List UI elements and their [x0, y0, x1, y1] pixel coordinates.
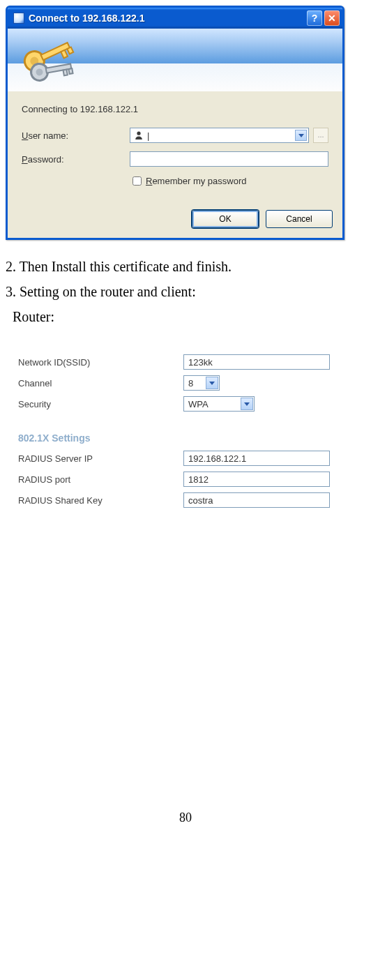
channel-label: Channel: [6, 378, 183, 389]
radius-ip-input[interactable]: [183, 451, 330, 466]
help-icon: ?: [312, 13, 318, 24]
security-value: WPA: [188, 399, 209, 409]
dialog-banner: [8, 29, 342, 91]
radius-key-label: RADIUS Shared Key: [6, 495, 183, 506]
channel-select[interactable]: 8: [183, 375, 220, 391]
chevron-down-icon[interactable]: [206, 377, 218, 389]
cancel-button[interactable]: Cancel: [266, 210, 333, 228]
radius-port-label: RADIUS port: [6, 474, 183, 485]
person-icon: [133, 130, 144, 141]
page-number: 80: [6, 811, 365, 825]
password-input[interactable]: [130, 151, 328, 167]
connecting-text: Connecting to 192.168.122.1: [22, 104, 328, 114]
titlebar[interactable]: Connect to 192.168.122.1 ? ✕: [8, 8, 342, 29]
svg-rect-8: [63, 70, 68, 76]
close-button[interactable]: ✕: [324, 10, 340, 26]
ssid-label: Network ID(SSID): [6, 357, 183, 368]
section-header-8021x: 802.1X Settings: [6, 414, 344, 448]
security-select[interactable]: WPA: [183, 396, 255, 412]
radius-port-input[interactable]: [183, 472, 330, 487]
channel-value: 8: [188, 378, 193, 389]
router-settings-panel: Network ID(SSID) Channel 8 Security WPA …: [6, 352, 344, 511]
instruction-line-2: 2. Then Install this certificate and fin…: [6, 255, 365, 278]
browse-button[interactable]: ...: [313, 128, 328, 143]
svg-point-10: [137, 132, 140, 135]
remember-label: Remember my password: [146, 176, 247, 186]
password-label: Password:: [22, 154, 130, 165]
ok-button[interactable]: OK: [192, 210, 259, 228]
window-title: Connect to 192.168.122.1: [29, 13, 305, 24]
close-icon: ✕: [328, 13, 336, 24]
chevron-down-icon[interactable]: [295, 130, 307, 141]
username-label: User name:: [22, 130, 130, 141]
svg-rect-4: [67, 47, 73, 54]
keys-icon: [20, 36, 83, 84]
instruction-line-3: 3. Setting on the router and client:: [6, 280, 365, 303]
radius-key-input[interactable]: [183, 492, 330, 508]
radius-ip-label: RADIUS Server IP: [6, 453, 183, 464]
router-label: Router:: [6, 306, 365, 328]
chevron-down-icon[interactable]: [241, 398, 253, 410]
svg-rect-9: [68, 68, 73, 74]
username-input[interactable]: |: [130, 128, 309, 143]
app-icon: [13, 13, 24, 24]
remember-checkbox[interactable]: [132, 176, 142, 186]
help-button[interactable]: ?: [307, 10, 322, 26]
ssid-input[interactable]: [183, 354, 330, 370]
svg-rect-3: [61, 50, 68, 59]
username-value: |: [147, 130, 149, 141]
security-label: Security: [6, 399, 183, 409]
credentials-dialog: Connect to 192.168.122.1 ? ✕: [6, 6, 344, 240]
